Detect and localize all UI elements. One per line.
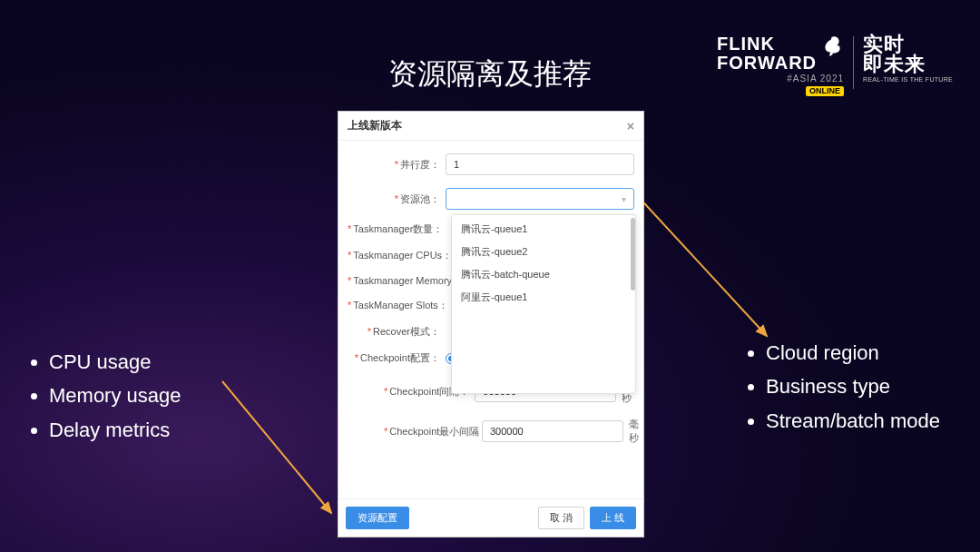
left-bullet-item: Memory usage — [49, 379, 181, 412]
brand-cn2: 即未来 — [863, 54, 926, 74]
left-bullet-item: CPU usage — [49, 345, 181, 379]
submit-button[interactable]: 上 线 — [590, 507, 636, 529]
label-parallelism: 并行度： — [400, 159, 440, 170]
brand-line2: FORWARD — [717, 54, 817, 73]
unit-ms: 毫秒 — [629, 418, 639, 445]
right-bullet-item: Cloud region — [766, 336, 953, 370]
dropdown-scrollbar[interactable] — [631, 218, 635, 291]
dropdown-option[interactable]: 阿里云-queue1 — [452, 286, 635, 309]
brand-online-badge: ONLINE — [806, 86, 844, 96]
resource-pool-select[interactable]: ▾ — [446, 188, 634, 210]
right-bullet-item: Business type — [766, 370, 953, 403]
label-resource-pool: 资源池： — [400, 193, 440, 204]
dropdown-option[interactable]: 腾讯云-queue1 — [452, 218, 635, 241]
dialog-header: 上线新版本 × — [338, 112, 643, 141]
chevron-down-icon: ▾ — [622, 194, 626, 204]
label-recover-mode: Recover模式： — [373, 326, 440, 337]
slide-title: 资源隔离及推荐 — [388, 54, 592, 94]
label-tm-slots: TaskManager Slots： — [353, 300, 448, 310]
label-checkpoint-min-interval: Checkpoint最小间隔： — [389, 426, 489, 437]
brand-logo: FLINK FORWARD #ASIA 2021 ONLINE 实时 即未来 R… — [717, 34, 953, 96]
dialog-footer: 资源配置 取 消 上 线 — [338, 498, 643, 537]
checkpoint-min-interval-input[interactable] — [482, 420, 623, 442]
cancel-button[interactable]: 取 消 — [538, 507, 584, 529]
label-tm-cpus: Taskmanager CPUs： — [353, 250, 452, 261]
right-bullet-item: Stream/batch mode — [766, 404, 953, 438]
right-bullets: Cloud region Business type Stream/batch … — [744, 336, 953, 438]
left-bullets: CPU usage Memory usage Delay metrics — [27, 345, 181, 447]
dropdown-option[interactable]: 腾讯云-batch-queue — [452, 263, 635, 286]
label-tm-count: Taskmanager数量： — [353, 223, 443, 234]
parallelism-input[interactable] — [446, 153, 634, 175]
svg-line-1 — [624, 182, 767, 336]
resource-pool-dropdown: 腾讯云-queue1 腾讯云-queue2 腾讯云-batch-queue 阿里… — [451, 214, 636, 394]
brand-asia: #ASIA 2021 — [787, 74, 844, 84]
brand-cn1: 实时 — [863, 34, 905, 54]
left-bullet-item: Delay metrics — [49, 413, 181, 447]
brand-subtitle: REAL-TIME IS THE FUTURE — [863, 76, 953, 83]
squirrel-icon — [820, 34, 844, 58]
dialog-title: 上线新版本 — [348, 118, 402, 133]
publish-dialog: 上线新版本 × *并行度： *资源池： ▾ *Taskmanager数量： *T… — [338, 111, 644, 537]
svg-line-0 — [222, 381, 331, 513]
brand-divider — [853, 36, 854, 89]
dialog-body: *并行度： *资源池： ▾ *Taskmanager数量： *Taskmanag… — [338, 141, 643, 498]
arrow-left-icon — [218, 377, 345, 522]
brand-line1: FLINK — [717, 34, 817, 54]
close-icon[interactable]: × — [627, 119, 634, 133]
label-checkpoint-config: Checkpoint配置： — [360, 352, 440, 363]
resource-config-button[interactable]: 资源配置 — [346, 507, 409, 529]
dropdown-option[interactable]: 腾讯云-queue2 — [452, 241, 635, 263]
label-tm-memory: Taskmanager Memory — [353, 275, 452, 286]
